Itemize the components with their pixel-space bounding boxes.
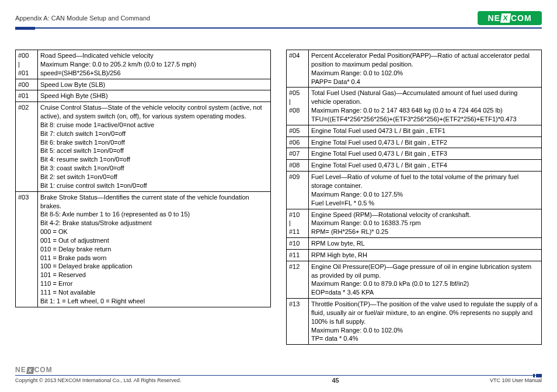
table-row: #07Engine Total Fuel used 0,473 L / Bit … [287,148,542,160]
header-rule [15,27,542,29]
row-desc: RPM High byte, RH [309,249,542,261]
table-row: #13Throttle Position(TP)—The position of… [287,299,542,345]
logo-text-right: COM [511,13,532,23]
row-index: #13 [287,299,309,345]
page-number: 45 [332,377,339,384]
footer-logo-right: COM [34,366,53,374]
table-row: #00 | #01Road Speed—Indicated vehicle ve… [16,50,271,79]
row-desc: Engine Total Fuel used 0,473 L / Bit gai… [309,136,542,148]
table-row: #01Speed High Byte (SHB) [16,90,271,102]
footer-logo-left: NE [15,366,26,374]
table-row: #11RPM High byte, RH [287,249,542,261]
logo-x-icon: X [500,13,511,23]
row-index: #09 [287,172,309,209]
table-row: #05 | #08Total Fuel Used (Natural Gas)—A… [287,88,542,125]
row-desc: Total Fuel Used (Natural Gas)—Accumulate… [309,88,542,125]
row-desc: Throttle Position(TP)—The position of th… [309,299,542,345]
row-desc: Speed Low Byte (SLB) [38,79,271,90]
row-index: #01 [16,90,38,102]
manual-title: VTC 100 User Manual [490,377,542,383]
row-index: #10 [287,238,309,250]
table-row: #03Brake Stroke Status—Identifies the cu… [16,191,271,307]
row-index: #03 [16,191,38,307]
table-row: #06Engine Total Fuel used 0,473 L / Bit … [287,136,542,148]
row-index: #05 | #08 [287,88,309,125]
nexcom-logo: NEXCOM [478,11,542,25]
row-index: #00 | #01 [16,50,38,79]
right-data-table: #04Percent Accelerator Pedal Position(PA… [286,50,542,345]
row-desc: Engine Total Fuel used 0473 L / Bit gain… [309,125,542,136]
row-index: #02 [16,102,38,191]
row-desc: Percent Accelerator Pedal Position(PAPP)… [309,50,542,88]
table-row: #08Engine Total Fuel used 0,473 L / Bit … [287,160,542,172]
table-row: #10 | #11Engine Speed (RPM)—Rotational v… [287,209,542,238]
row-index: #11 [287,249,309,261]
table-row: #12Engine Oil Pressure(EOP)—Gage pressur… [287,261,542,298]
table-row: #10RPM Low byte, RL [287,238,542,250]
row-desc: Brake Stroke Status—Identifies the curre… [38,191,271,307]
row-desc: Engine Speed (RPM)—Rotational velocity o… [309,209,542,238]
row-index: #04 [287,50,309,88]
footer-logo: NEXCOM [15,366,542,374]
row-desc: Engine Total Fuel used 0,473 L / Bit gai… [309,148,542,160]
table-row: #02Cruise Control Status—State of the ve… [16,102,271,191]
row-index: #05 [287,125,309,136]
appendix-title: Appendix A: CAN Module Setup and Command [15,15,150,22]
row-desc: Speed High Byte (SHB) [38,90,271,102]
copyright-text: Copyright © 2013 NEXCOM International Co… [15,377,181,383]
table-row: #00Speed Low Byte (SLB) [16,79,271,90]
row-desc: Road Speed—Indicated vehicle velocity Ma… [38,50,271,79]
row-desc: RPM Low byte, RL [309,238,542,250]
table-row: #09Fuel Level—Ratio of volume of fuel to… [287,172,542,209]
row-index: #08 [287,160,309,172]
row-desc: Engine Total Fuel used 0,473 L / Bit gai… [309,160,542,172]
left-data-table: #00 | #01Road Speed—Indicated vehicle ve… [15,50,271,307]
logo-text-left: NE [488,13,500,23]
row-desc: Fuel Level—Ratio of volume of fuel to th… [309,172,542,209]
table-row: #04Percent Accelerator Pedal Position(PA… [287,50,542,88]
footer-rule [15,375,542,376]
row-index: #06 [287,136,309,148]
row-index: #10 | #11 [287,209,309,238]
row-index: #07 [287,148,309,160]
table-row: #05Engine Total Fuel used 0473 L / Bit g… [287,125,542,136]
row-desc: Cruise Control Status—State of the vehic… [38,102,271,191]
footer-logo-x-icon: X [26,367,34,374]
row-desc: Engine Oil Pressure(EOP)—Gage pressure o… [309,261,542,298]
row-index: #00 [16,79,38,90]
row-index: #12 [287,261,309,298]
